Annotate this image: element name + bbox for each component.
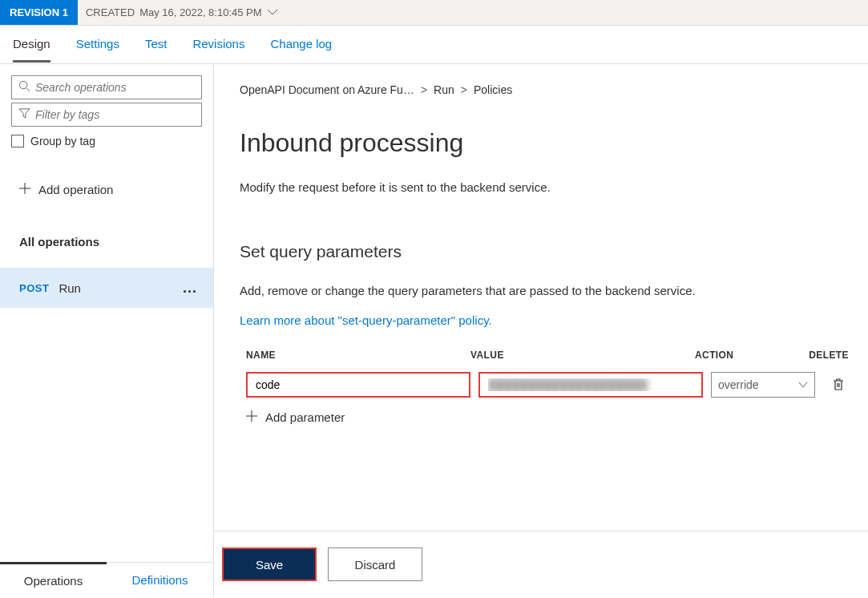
col-header-delete: DELETE [807,350,849,361]
svg-point-0 [19,81,26,88]
chevron-down-icon [267,6,278,18]
filter-icon [18,107,35,122]
footer-buttons: Save Discard [214,531,868,597]
revision-badge: REVISION 1 [0,0,78,25]
discard-button[interactable]: Discard [328,547,422,581]
revision-bar: REVISION 1 CREATED May 16, 2022, 8:10:45… [0,0,868,26]
col-header-name: NAME [246,350,470,361]
search-operations[interactable] [11,75,202,99]
add-operation-label: Add operation [38,183,113,196]
add-parameter-label: Add parameter [265,410,345,424]
nav-tabs: Design Settings Test Revisions Change lo… [0,26,868,64]
operation-name: Run [59,281,81,295]
group-by-tag-row[interactable]: Group by tag [11,135,202,147]
page-description: Modify the request before it is sent to … [240,180,855,194]
breadcrumb: OpenAPI Document on Azure Fu… > Run > Po… [240,83,855,96]
content-pane: OpenAPI Document on Azure Fu… > Run > Po… [214,64,868,597]
tab-design[interactable]: Design [13,27,50,63]
tab-revisions[interactable]: Revisions [192,27,244,63]
col-header-value: VALUE [470,350,695,361]
breadcrumb-sep-2: > [461,83,467,96]
param-name-input[interactable] [246,372,470,398]
add-operation-button[interactable]: Add operation [11,180,202,200]
revision-dropdown[interactable]: CREATED May 16, 2022, 8:10:45 PM [78,0,286,25]
breadcrumb-api[interactable]: OpenAPI Document on Azure Fu… [240,83,414,96]
breadcrumb-operation[interactable]: Run [434,83,454,96]
created-date: May 16, 2022, 8:10:45 PM [139,6,261,18]
section-description: Add, remove or change the query paramete… [240,284,855,297]
operation-item-run[interactable]: POST Run ... [0,268,213,308]
sidebar-tab-definitions[interactable]: Definitions [107,563,213,597]
add-parameter-button[interactable]: Add parameter [240,410,855,424]
search-icon [18,80,35,95]
filter-input[interactable] [35,108,195,121]
delete-row-button[interactable] [831,377,846,394]
chevron-down-icon [798,378,808,391]
group-by-tag-checkbox[interactable] [11,135,24,147]
tab-changelog[interactable]: Change log [270,27,332,63]
parameters-table: NAME VALUE ACTION DELETE override [240,350,855,424]
group-by-tag-label: Group by tag [30,135,95,147]
search-input[interactable] [35,81,195,94]
operation-menu-button[interactable]: ... [183,280,197,297]
save-button[interactable]: Save [222,547,317,581]
revision-label: REVISION 1 [10,6,68,18]
page-title: Inbound processing [240,128,855,158]
learn-more-link[interactable]: Learn more about "set-query-parameter" p… [240,313,492,327]
http-method-badge: POST [19,282,49,294]
sidebar: Group by tag Add operation All operation… [0,64,214,597]
breadcrumb-sep-1: > [421,83,427,96]
plus-icon [246,410,257,424]
svg-line-1 [26,88,30,91]
param-value-input[interactable] [478,372,703,398]
plus-icon [19,183,30,196]
param-action-select[interactable]: override [711,372,815,398]
section-title: Set query parameters [240,242,855,261]
col-header-action: ACTION [695,350,807,361]
all-operations-header[interactable]: All operations [11,232,202,252]
action-selected-value: override [718,378,759,391]
breadcrumb-current: Policies [474,83,512,96]
created-prefix: CREATED [86,6,135,18]
filter-tags[interactable] [11,103,202,127]
sidebar-tab-operations[interactable]: Operations [0,562,107,597]
sidebar-bottom-tabs: Operations Definitions [0,562,213,597]
table-header-row: NAME VALUE ACTION DELETE [240,350,855,370]
tab-test[interactable]: Test [145,27,168,63]
table-row: override [240,370,855,399]
tab-settings[interactable]: Settings [76,27,119,63]
